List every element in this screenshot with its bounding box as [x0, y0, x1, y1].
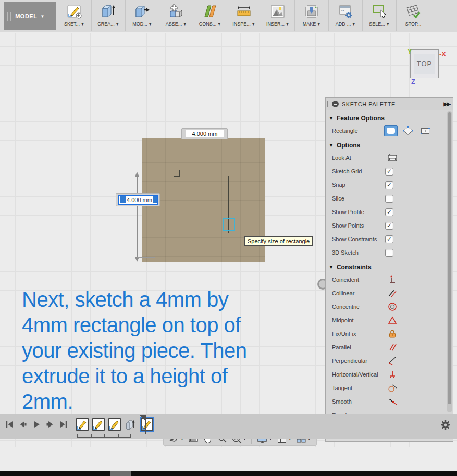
- timeline-extrude-feature[interactable]: [125, 418, 137, 431]
- look-at-icon[interactable]: [387, 153, 398, 163]
- timeline-sketch-feature[interactable]: [108, 418, 121, 431]
- 3d-sketch-checkbox[interactable]: [385, 249, 393, 257]
- horizontal-vertical-icon[interactable]: [387, 369, 398, 380]
- row-label: Parallel: [332, 344, 351, 350]
- toolbar-item-assemble[interactable]: ASSE...▼: [159, 0, 193, 31]
- lock-icon[interactable]: [387, 329, 398, 339]
- triangle-down-icon: ▼: [329, 265, 334, 270]
- row-label: Concentric: [332, 304, 360, 310]
- play-button[interactable]: [32, 420, 41, 429]
- toolbar-items: SKET...▼ CREA...▼ MOD...▼ ASSE...▼ CONS.…: [57, 0, 430, 32]
- show-profile-checkbox[interactable]: ✓: [385, 208, 393, 216]
- toolbar-item-create[interactable]: CREA...▼: [91, 0, 125, 31]
- toolbar-item-stop-sketch[interactable]: STOP...: [396, 0, 430, 31]
- sketch-grid-checkbox[interactable]: ✓: [385, 168, 393, 176]
- timeline-sketch-feature[interactable]: [92, 418, 105, 431]
- slice-checkbox[interactable]: [385, 195, 393, 203]
- toolbar-item-select[interactable]: SELE...▼: [362, 0, 396, 31]
- midpoint-icon[interactable]: [387, 315, 398, 325]
- smooth-icon[interactable]: [387, 396, 398, 407]
- playback-controls: [5, 420, 68, 429]
- row-rectangle-type: Rectangle: [326, 124, 453, 137]
- section-heading: Feature Options: [337, 115, 385, 122]
- row-label: Sketch Grid: [332, 168, 362, 174]
- step-back-button[interactable]: [19, 420, 27, 429]
- collinear-icon[interactable]: [387, 288, 398, 298]
- row-tangent: Tangent: [326, 381, 453, 395]
- toolbar-item-label: ADD-...▼: [336, 21, 355, 27]
- timeline-sketch-feature[interactable]: [76, 418, 89, 431]
- show-points-checkbox[interactable]: ✓: [385, 222, 393, 230]
- row-label: Tangent: [332, 385, 352, 391]
- toolbar-item-addins[interactable]: >- ADD-...▼: [328, 0, 362, 31]
- make-icon: [303, 3, 320, 20]
- rectangle-center-icon: [421, 128, 430, 134]
- view-cube[interactable]: TOP: [410, 49, 439, 78]
- text-selection-block: [120, 196, 126, 203]
- toolbar-grip: [7, 12, 11, 21]
- triangle-down-icon: ▼: [329, 143, 334, 148]
- palette-scrollbar-thumb[interactable]: [448, 112, 451, 404]
- toolbar-item-insert[interactable]: INSER...▼: [261, 0, 294, 31]
- collapse-icon[interactable]: [332, 101, 339, 107]
- toolbar-item-label: SELE...▼: [369, 21, 389, 27]
- gear-icon[interactable]: [440, 420, 451, 430]
- construct-icon: [202, 3, 218, 20]
- row-label: Show Profile: [332, 209, 364, 215]
- row-show-profile: Show Profile ✓: [326, 205, 453, 219]
- workspace-selector[interactable]: MODEL ▼: [4, 2, 56, 30]
- perpendicular-icon[interactable]: [387, 356, 398, 366]
- show-constraints-checkbox[interactable]: ✓: [385, 235, 393, 243]
- panel-title: SKETCH PALETTE: [342, 101, 396, 107]
- timeline-bar: [0, 414, 457, 439]
- height-dimension-value: 4.000 mm: [126, 197, 153, 203]
- section-options[interactable]: ▼ Options: [326, 140, 453, 151]
- view-cube-face-label[interactable]: TOP: [414, 54, 435, 74]
- snap-checkbox[interactable]: ✓: [385, 181, 393, 189]
- height-dimension-input[interactable]: 4.000 mm: [118, 195, 158, 205]
- section-constraints[interactable]: ▼ Constraints: [326, 261, 453, 273]
- sketch-rectangle[interactable]: [179, 176, 229, 224]
- toolbar-item-make[interactable]: MAKE▼: [294, 0, 328, 31]
- row-label: Horizontal/Vertical: [332, 371, 378, 378]
- sketch-palette-header[interactable]: SKETCH PALETTE ▶▶: [326, 98, 453, 110]
- toolbar-item-label: ASSE...▼: [166, 21, 187, 27]
- text-selection-block: [153, 196, 157, 203]
- section-feature-options[interactable]: ▼ Feature Options: [326, 112, 453, 124]
- instruction-line: extrude it to a height of: [22, 364, 246, 389]
- row-horizontal-vertical: Horizontal/Vertical: [326, 368, 453, 381]
- row-label: Collinear: [332, 290, 354, 296]
- row-midpoint: Midpoint: [326, 314, 453, 327]
- toolbar-item-construct[interactable]: CONS...▼: [193, 0, 227, 31]
- palette-scrollbar[interactable]: [447, 111, 452, 412]
- toolbar-item-inspect[interactable]: INSPE...▼: [227, 0, 261, 31]
- coincident-icon[interactable]: [387, 274, 398, 285]
- dimension-extension-line: [137, 257, 155, 258]
- go-to-end-button[interactable]: [59, 420, 68, 429]
- width-dimension-input[interactable]: 4.000 mm: [186, 130, 224, 137]
- row-show-points: Show Points ✓: [326, 219, 453, 232]
- rectangle-2point-button[interactable]: [384, 125, 398, 136]
- instruction-text: Next, sketch a 4mm by 4mm rectangle on t…: [22, 287, 246, 415]
- timeline-playhead[interactable]: [140, 415, 146, 421]
- panel-grip[interactable]: [327, 101, 329, 107]
- expand-double-arrow-icon[interactable]: ▶▶: [444, 101, 450, 107]
- row-fix-unfix: Fix/UnFix: [326, 327, 453, 341]
- go-to-start-button[interactable]: [5, 420, 14, 429]
- dimension-extension-line: [137, 176, 155, 176]
- tangent-icon[interactable]: [387, 383, 398, 393]
- step-forward-button[interactable]: [46, 420, 54, 429]
- row-label: Midpoint: [332, 317, 354, 323]
- concentric-icon[interactable]: [387, 302, 398, 312]
- row-label: Rectangle: [332, 128, 358, 134]
- timeline-scrollbar-thumb[interactable]: [110, 471, 131, 476]
- model-canvas[interactable]: 4.000 mm 4.000 mm Specify size of rectan…: [0, 33, 457, 447]
- rectangle-3point-button[interactable]: [401, 125, 415, 136]
- toolbar-item-modify[interactable]: MOD...▼: [125, 0, 159, 31]
- toolbar-item-sketch[interactable]: SKET...▼: [57, 0, 91, 31]
- toolbar-item-label: CREA...▼: [97, 21, 119, 27]
- rectangle-center-button[interactable]: [418, 125, 432, 136]
- row-label: Show Points: [332, 222, 364, 229]
- row-label: Slice: [332, 195, 344, 202]
- parallel-icon[interactable]: [387, 342, 398, 353]
